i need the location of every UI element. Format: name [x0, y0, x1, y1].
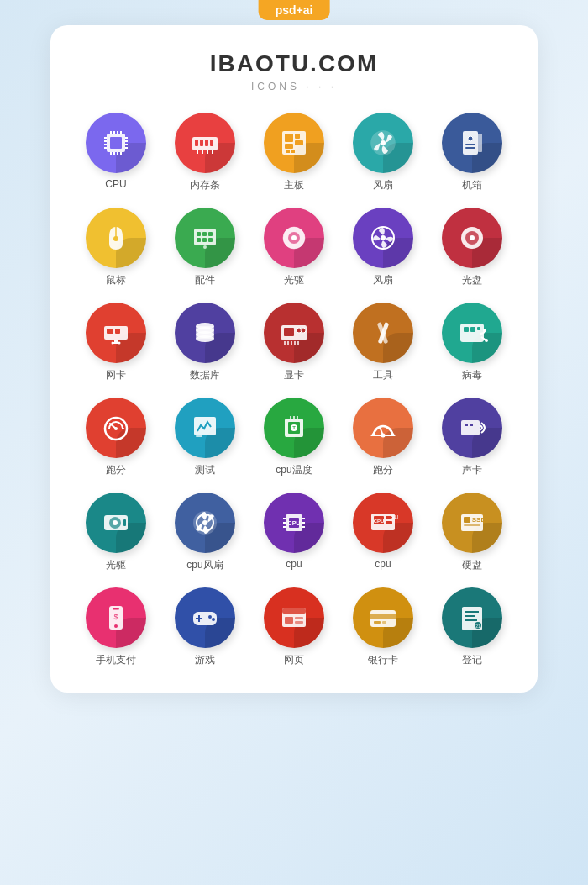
icon-item-parts: 配件 — [165, 208, 245, 287]
icon-circle-virus — [442, 303, 502, 363]
virus-icon — [454, 315, 490, 350]
fan-icon — [365, 125, 401, 161]
svg-rect-32 — [286, 150, 290, 153]
icon-item-bench2: 跑分 — [343, 398, 423, 477]
icon-label-parts: 配件 — [195, 273, 215, 287]
icon-circle-ram — [175, 113, 235, 173]
svg-rect-95 — [196, 435, 202, 437]
svg-text:T: T — [292, 425, 296, 430]
icon-circle-cpufan — [175, 493, 235, 553]
svg-rect-104 — [470, 424, 473, 426]
webpage-icon — [276, 600, 312, 635]
icon-circle-bench2 — [353, 398, 413, 458]
svg-point-91 — [114, 427, 118, 430]
cpusli-icon: CPUSLI — [365, 505, 401, 540]
svg-rect-30 — [295, 140, 303, 145]
fan2-icon — [365, 220, 401, 255]
icon-circle-webpage — [264, 587, 324, 648]
icon-circle-mobilepay: $ — [86, 587, 146, 648]
icon-label-fan2: 风扇 — [373, 273, 393, 287]
icon-item-motherboard: 主板 — [254, 113, 334, 192]
icon-circle-login: 21 — [442, 587, 502, 648]
case-icon — [454, 125, 490, 161]
icon-item-optdrive: 光驱 — [254, 208, 334, 287]
svg-point-42 — [113, 236, 118, 241]
icon-item-webpage: 网页 — [254, 587, 334, 667]
icon-item-tools: 工具 — [343, 303, 423, 382]
svg-rect-22 — [210, 140, 213, 146]
svg-point-75 — [301, 328, 306, 333]
icon-circle-cpu — [86, 113, 146, 173]
icon-label-virus: 病毒 — [462, 368, 482, 382]
svg-rect-28 — [285, 134, 293, 142]
icon-item-fan2: 风扇 — [343, 208, 423, 287]
ssd-icon: SSD — [454, 505, 490, 540]
icon-circle-fan1 — [353, 113, 413, 173]
icon-circle-optdrive2 — [86, 493, 146, 553]
cputemp-icon: T — [276, 410, 312, 445]
svg-rect-102 — [461, 420, 480, 435]
svg-rect-143 — [295, 617, 303, 619]
icon-label-bankcard: 银行卡 — [368, 653, 398, 667]
mobilepay-icon: $ — [98, 600, 134, 635]
icon-circle-bankcard — [353, 587, 413, 648]
svg-rect-62 — [115, 329, 120, 334]
svg-text:SSD: SSD — [472, 516, 486, 524]
optdrive2-icon — [98, 505, 134, 540]
icon-item-ram: 内存条 — [165, 113, 245, 192]
svg-point-56 — [381, 235, 386, 240]
icon-item-login: 21登记 — [432, 587, 512, 667]
icon-item-mobilepay: $手机支付 — [76, 587, 156, 667]
icon-item-cpu: CPU — [76, 113, 156, 192]
svg-rect-84 — [464, 327, 469, 332]
svg-rect-133 — [113, 608, 119, 610]
svg-text:$: $ — [113, 613, 118, 621]
icon-label-db: 数据库 — [190, 368, 220, 382]
icon-circle-fan2 — [353, 208, 413, 268]
card-title: IBAOTU.COM — [76, 50, 512, 77]
bench-icon — [98, 410, 134, 445]
svg-point-101 — [381, 434, 386, 438]
icon-item-soundcard: 声卡 — [432, 398, 512, 477]
svg-point-64 — [118, 342, 121, 345]
icon-label-game: 游戏 — [195, 653, 215, 667]
icon-circle-gpu — [264, 303, 324, 363]
icon-circle-case — [442, 113, 502, 173]
svg-text:CPU: CPU — [374, 519, 385, 524]
svg-rect-47 — [197, 238, 201, 242]
svg-rect-61 — [107, 329, 113, 334]
test-icon — [187, 410, 223, 445]
svg-rect-36 — [463, 131, 478, 155]
bench2-icon — [365, 410, 401, 445]
icon-circle-mouse — [86, 208, 146, 268]
svg-rect-46 — [208, 232, 213, 236]
icon-circle-cputemp: T — [264, 398, 324, 458]
svg-rect-49 — [208, 238, 213, 242]
svg-rect-142 — [285, 617, 293, 624]
svg-rect-29 — [295, 134, 300, 139]
svg-point-107 — [113, 520, 118, 525]
svg-text:21: 21 — [475, 624, 480, 629]
icon-label-case: 机箱 — [462, 178, 482, 192]
icon-item-gpu: 显卡 — [254, 303, 334, 382]
icon-label-mobilepay: 手机支付 — [96, 653, 136, 667]
svg-point-88 — [485, 339, 488, 342]
svg-rect-20 — [200, 140, 203, 146]
icon-circle-db — [175, 303, 235, 363]
icon-item-optdrive2: 光驱 — [76, 493, 156, 572]
icon-item-game: 游戏 — [165, 587, 245, 667]
svg-point-63 — [112, 342, 114, 345]
svg-rect-128 — [464, 517, 470, 523]
icon-circle-tools — [353, 303, 413, 363]
icon-item-test: 测试 — [165, 398, 245, 477]
icon-item-bench1: 跑分 — [76, 398, 156, 477]
icon-circle-bench1 — [86, 398, 146, 458]
svg-rect-125 — [386, 521, 392, 524]
top-badge: psd+ai — [259, 0, 330, 20]
svg-rect-146 — [370, 614, 396, 619]
login-icon: 21 — [454, 600, 490, 635]
icon-item-mouse: 鼠标 — [76, 208, 156, 287]
svg-rect-103 — [465, 424, 468, 426]
svg-point-59 — [470, 235, 475, 240]
icon-label-disc: 光盘 — [462, 273, 482, 287]
